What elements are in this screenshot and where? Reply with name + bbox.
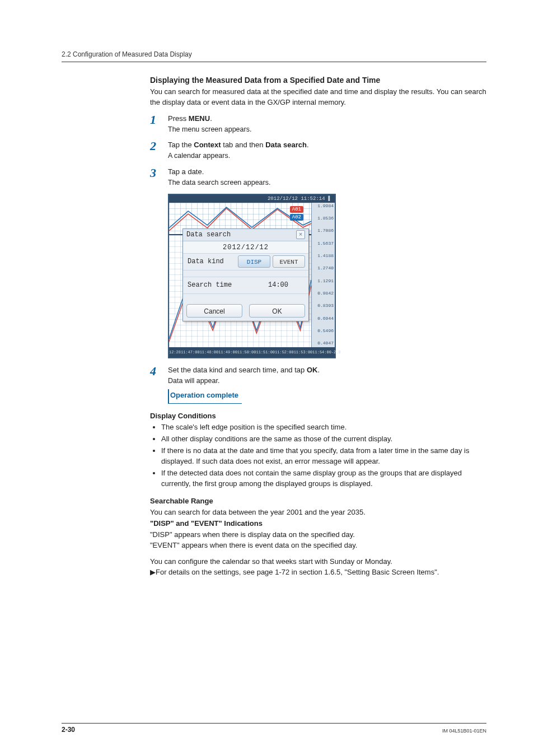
data-kind-label: Data kind: [183, 258, 238, 265]
display-conditions-heading: Display Conditions: [150, 412, 486, 420]
list-item: If the detected data does not contain th…: [161, 468, 486, 489]
data-search-figure: 2012/12/12 11:52:14 ▌ A01 A02: [168, 194, 486, 358]
cross-reference: ▶For details on the settings, see page 1…: [150, 567, 486, 578]
step-sub: Data will appear.: [168, 377, 219, 385]
dialog-title: Data search: [186, 231, 231, 239]
searchable-range-text: You can search for data between the year…: [150, 507, 486, 518]
triangle-icon: ▶: [150, 568, 156, 576]
list-item: The scale's left edge position is the sp…: [161, 422, 486, 433]
section-header: 2.2 Configuration of Measured Data Displ…: [62, 50, 486, 58]
display-conditions-list: The scale's left edge position is the sp…: [150, 422, 486, 489]
data-search-dialog: Data search × 2012/12/12 Data kind DISP …: [182, 228, 309, 321]
page-number: 2-30: [62, 726, 75, 734]
battery-icon: ▌: [329, 196, 331, 202]
step-sub: The data search screen appears.: [168, 179, 270, 186]
doc-id: IM 04L51B01-01EN: [442, 728, 486, 734]
dialog-date: 2012/12/12: [183, 241, 308, 254]
step-text: Tap the Context tab and then Data search…: [168, 141, 309, 149]
list-item: All other display conditions are the sam…: [161, 434, 486, 445]
steps-list: 1 Press MENU. The menu screen appears. 2…: [150, 114, 486, 404]
intro-paragraph: You can search for measured data at the …: [150, 87, 486, 108]
footer-rule: [62, 723, 486, 724]
step-text: Tap a date.: [168, 167, 204, 176]
x-axis: 12:2811:47:00 11:48:0011:49:00 11:50:001…: [169, 347, 311, 357]
step-number: 4: [150, 365, 168, 377]
search-time-value[interactable]: 14:00: [248, 281, 308, 289]
y-scale: 1.99841.85361.7086 1.56371.41881.2740 1.…: [311, 203, 335, 347]
header-rule: [62, 62, 486, 62]
close-icon[interactable]: ×: [296, 230, 305, 239]
step-number: 3: [150, 167, 168, 179]
step-4: 4 Set the data kind and search time, and…: [150, 365, 486, 404]
page-title: Displaying the Measured Data from a Spec…: [150, 76, 486, 85]
event-button[interactable]: EVENT: [273, 255, 305, 268]
list-item: If there is no data at the date and time…: [161, 446, 486, 467]
step-sub: The menu screen appears.: [168, 125, 251, 133]
step-text: Press MENU.: [168, 114, 212, 123]
channel-tag-a01: A01: [290, 206, 303, 213]
disp-indication-text: "DISP" appears when there is display dat…: [150, 530, 486, 540]
searchable-range-heading: Searchable Range: [150, 497, 486, 505]
step-sub: A calendar appears.: [168, 152, 230, 160]
event-indication-text: "EVENT" appears when there is event data…: [150, 540, 486, 551]
step-number: 2: [150, 140, 168, 152]
content-body: Displaying the Measured Data from a Spec…: [150, 76, 486, 578]
channel-tag-a02: A02: [290, 214, 303, 221]
step-1: 1 Press MENU. The menu screen appears.: [150, 114, 486, 135]
step-2: 2 Tap the Context tab and then Data sear…: [150, 140, 486, 161]
cancel-button[interactable]: Cancel: [186, 304, 242, 318]
search-time-label: Search time: [183, 281, 248, 289]
ok-button[interactable]: OK: [249, 304, 305, 318]
step-3: 3 Tap a date. The data search screen app…: [150, 167, 486, 188]
operation-complete-badge: Operation complete: [168, 389, 242, 404]
step-text: Set the data kind and search time, and t…: [168, 366, 320, 374]
disp-button[interactable]: DISP: [238, 255, 270, 268]
disp-event-heading: "DISP" and "EVENT" Indications: [150, 519, 486, 528]
figure-titlebar: 2012/12/12 11:52:14 ▌: [169, 195, 335, 203]
figure-timestamp: 2012/12/12 11:52:14: [268, 196, 325, 202]
calendar-config-text: You can configure the calendar so that w…: [150, 557, 486, 567]
step-number: 1: [150, 114, 168, 126]
